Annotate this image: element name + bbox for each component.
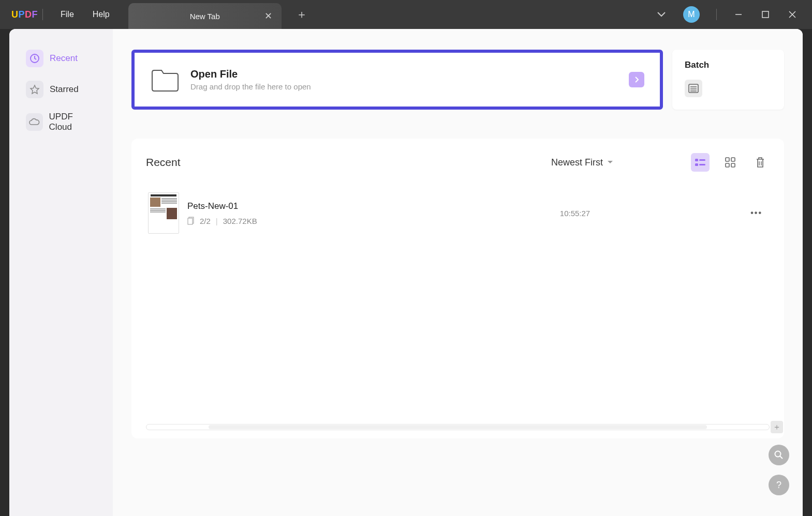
- list-view-button[interactable]: [691, 153, 710, 172]
- file-thumbnail: [148, 192, 179, 234]
- chevron-down-icon[interactable]: [650, 6, 673, 23]
- tab-label: New Tab: [190, 12, 220, 21]
- svg-rect-14: [731, 163, 735, 167]
- svg-rect-13: [726, 163, 729, 167]
- file-time: 10:55:27: [560, 209, 590, 218]
- more-icon[interactable]: •••: [745, 205, 767, 221]
- svg-rect-9: [695, 163, 698, 166]
- open-file-subtitle: Drag and drop the file here to open: [190, 82, 311, 91]
- cloud-icon: [26, 113, 43, 131]
- star-icon: [26, 81, 43, 98]
- svg-point-19: [775, 451, 781, 457]
- help-button[interactable]: ?: [769, 475, 789, 495]
- sidebar-item-cloud[interactable]: UPDF Cloud: [18, 107, 105, 138]
- svg-rect-12: [731, 158, 735, 161]
- batch-card[interactable]: Batch: [672, 50, 784, 110]
- trash-button[interactable]: [751, 153, 770, 172]
- menu-file[interactable]: File: [61, 10, 74, 19]
- sidebar: Recent Starred UPDF Cloud: [9, 29, 113, 516]
- pages-icon: [187, 217, 195, 225]
- menu-bar: File Help: [61, 10, 110, 19]
- grid-view-button[interactable]: [721, 153, 740, 172]
- horizontal-scrollbar[interactable]: [146, 424, 770, 430]
- separator: [716, 9, 717, 20]
- sidebar-item-label: UPDF Cloud: [49, 112, 96, 132]
- title-right: M: [650, 3, 812, 26]
- minimize-button[interactable]: [727, 3, 750, 26]
- add-tab-button[interactable]: ＋: [296, 7, 307, 22]
- close-button[interactable]: [781, 3, 804, 26]
- open-file-title: Open File: [190, 68, 311, 80]
- batch-icon: [685, 80, 702, 97]
- svg-rect-1: [762, 11, 769, 18]
- add-button-small[interactable]: ＋: [771, 421, 783, 433]
- scroll-thumb[interactable]: [209, 425, 707, 429]
- svg-line-20: [780, 456, 783, 459]
- maximize-button[interactable]: [754, 3, 777, 26]
- titlebar: UPDF File Help New Tab ✕ ＋ M: [0, 0, 812, 29]
- sidebar-item-recent[interactable]: Recent: [18, 44, 105, 72]
- svg-rect-11: [726, 158, 729, 161]
- open-file-card[interactable]: Open File Drag and drop the file here to…: [131, 50, 663, 110]
- main-area: Open File Drag and drop the file here to…: [113, 29, 803, 516]
- app-logo: UPDF: [0, 9, 36, 20]
- tab-new[interactable]: New Tab ✕: [128, 3, 282, 29]
- sidebar-item-label: Starred: [50, 84, 79, 95]
- batch-title: Batch: [685, 60, 772, 70]
- svg-rect-10: [699, 164, 705, 165]
- file-size: 302.72KB: [223, 217, 257, 225]
- sidebar-item-label: Recent: [50, 53, 78, 64]
- sidebar-item-starred[interactable]: Starred: [18, 75, 105, 103]
- search-button[interactable]: [769, 445, 789, 465]
- file-pages: 2/2: [200, 217, 211, 225]
- menu-help[interactable]: Help: [93, 10, 110, 19]
- file-row[interactable]: Pets-New-01 2/2 | 302.72KB 10:55:27 •••: [146, 188, 770, 238]
- chevron-right-icon[interactable]: [629, 72, 644, 87]
- separator: [42, 9, 43, 20]
- file-name: Pets-New-01: [187, 201, 257, 211]
- folder-icon: [150, 66, 180, 93]
- sort-dropdown[interactable]: Newest First: [551, 157, 613, 168]
- avatar[interactable]: M: [683, 6, 700, 23]
- clock-icon: [26, 50, 43, 67]
- svg-rect-7: [695, 159, 698, 161]
- triangle-down-icon: [607, 160, 613, 164]
- close-icon[interactable]: ✕: [264, 10, 272, 22]
- svg-rect-8: [699, 159, 705, 161]
- app-frame: Recent Starred UPDF Cloud: [9, 29, 803, 516]
- svg-rect-18: [188, 218, 193, 224]
- recent-title: Recent: [146, 156, 181, 169]
- recent-panel: Recent Newest First: [131, 139, 784, 438]
